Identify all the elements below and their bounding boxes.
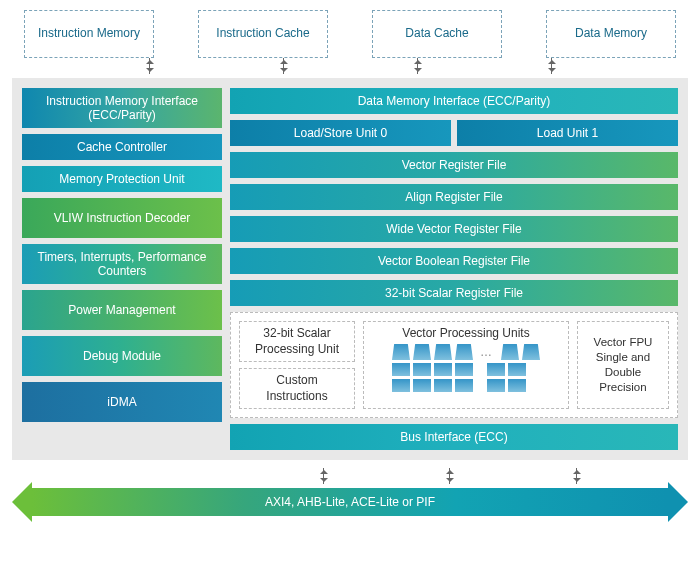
timers-interrupts-counters: Timers, Interrupts, Performance Counters bbox=[22, 244, 222, 284]
vector-register-file: Vector Register File bbox=[230, 152, 678, 178]
scalar-register-file: 32-bit Scalar Register File bbox=[230, 280, 678, 306]
vliw-instruction-decoder: VLIW Instruction Decoder bbox=[22, 198, 222, 238]
bus-protocol-arrow: AXI4, AHB-Lite, ACE-Lite or PIF bbox=[12, 488, 688, 516]
vector-fpu: Vector FPU Single and Double Precision bbox=[577, 321, 669, 409]
vector-processing-units: Vector Processing Units … bbox=[363, 321, 569, 409]
ext-instruction-memory: Instruction Memory bbox=[24, 10, 154, 58]
bus-interface: Bus Interface (ECC) bbox=[230, 424, 678, 450]
cache-controller: Cache Controller bbox=[22, 134, 222, 160]
ellipsis-icon: … bbox=[476, 345, 498, 359]
processing-units-area: 32-bit Scalar Processing Unit Custom Ins… bbox=[230, 312, 678, 418]
wide-vector-register-file: Wide Vector Register File bbox=[230, 216, 678, 242]
scalar-processing-unit: 32-bit Scalar Processing Unit bbox=[239, 321, 355, 362]
vector-boolean-register-file: Vector Boolean Register File bbox=[230, 248, 678, 274]
memory-protection-unit: Memory Protection Unit bbox=[22, 166, 222, 192]
custom-instructions: Custom Instructions bbox=[239, 368, 355, 409]
ext-instruction-cache: Instruction Cache bbox=[198, 10, 328, 58]
debug-module: Debug Module bbox=[22, 336, 222, 376]
arrow-right-icon bbox=[668, 482, 688, 522]
instruction-memory-interface: Instruction Memory Interface (ECC/Parity… bbox=[22, 88, 222, 128]
bidir-arrow-icon bbox=[551, 56, 552, 76]
power-management: Power Management bbox=[22, 290, 222, 330]
idma: iDMA bbox=[22, 382, 222, 422]
bidir-arrow-icon bbox=[283, 56, 284, 76]
bidir-arrow-icon bbox=[323, 466, 324, 486]
bidir-arrow-icon bbox=[576, 466, 577, 486]
bidir-arrow-icon bbox=[417, 56, 418, 76]
data-memory-interface: Data Memory Interface (ECC/Parity) bbox=[230, 88, 678, 114]
core-container: Instruction Memory Interface (ECC/Parity… bbox=[12, 78, 688, 460]
vpu-title: Vector Processing Units bbox=[402, 326, 529, 340]
align-register-file: Align Register File bbox=[230, 184, 678, 210]
load-unit-1: Load Unit 1 bbox=[457, 120, 678, 146]
arrow-left-icon bbox=[12, 482, 32, 522]
bus-protocol-label: AXI4, AHB-Lite, ACE-Lite or PIF bbox=[32, 488, 668, 516]
bidir-arrow-icon bbox=[449, 466, 450, 486]
ext-data-cache: Data Cache bbox=[372, 10, 502, 58]
bidir-arrow-icon bbox=[149, 56, 150, 76]
load-store-unit-0: Load/Store Unit 0 bbox=[230, 120, 451, 146]
ext-data-memory: Data Memory bbox=[546, 10, 676, 58]
